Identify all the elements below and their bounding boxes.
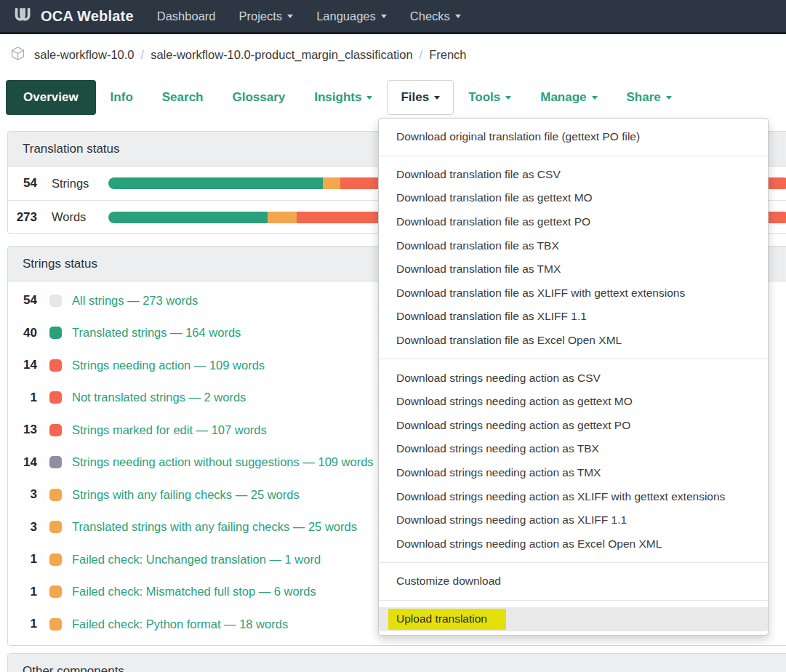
menu-download-original-po[interactable]: Download original translation file (gett… (379, 125, 768, 149)
brand-title: OCA Weblate (41, 8, 134, 25)
all-strings-link[interactable]: All strings — 273 words (72, 294, 198, 308)
menu-download-na-tmx[interactable]: Download strings needing action as TMX (379, 461, 768, 485)
menu-divider (379, 156, 768, 156)
navbar-menu: Dashboard Projects Languages Checks (157, 9, 461, 23)
tab-overview[interactable]: Overview (6, 80, 96, 115)
tab-manage[interactable]: Manage (526, 80, 611, 115)
chevron-down-icon (287, 15, 293, 18)
words-label: Words (52, 210, 104, 224)
tab-search[interactable]: Search (148, 80, 218, 115)
bar-translated-segment (108, 212, 268, 223)
package-icon (10, 46, 34, 64)
menu-download-na-csv[interactable]: Download strings needing action as CSV (379, 366, 768, 390)
nav-checks[interactable]: Checks (410, 9, 461, 23)
chevron-down-icon (505, 96, 511, 100)
tab-tools[interactable]: Tools (454, 80, 526, 115)
row-count: 1 (15, 585, 37, 599)
failed-check-python-format-link[interactable]: Failed check: Python format — 18 words (72, 617, 288, 631)
menu-download-na-po[interactable]: Download strings needing action as gette… (379, 414, 768, 438)
status-square (49, 424, 62, 436)
menu-download-mo[interactable]: Download translation file as gettext MO (379, 186, 768, 210)
tab-share[interactable]: Share (612, 80, 686, 115)
strings-count: 54 (15, 176, 37, 191)
row-count: 14 (15, 358, 37, 372)
other-components-title: Other components (8, 654, 786, 672)
weblate-logo-icon (12, 5, 33, 27)
menu-download-na-xliff11[interactable]: Download strings needing action as XLIFF… (379, 508, 768, 532)
menu-download-po[interactable]: Download translation file as gettext PO (379, 210, 768, 234)
brand-home-link[interactable]: OCA Weblate (12, 5, 134, 27)
chevron-down-icon (366, 96, 372, 100)
status-square (49, 456, 62, 468)
menu-download-na-tbx[interactable]: Download strings needing action as TBX (379, 437, 768, 461)
menu-download-na-xlsx[interactable]: Download strings needing action as Excel… (379, 532, 768, 556)
menu-download-xliff-gettext[interactable]: Download translation file as XLIFF with … (379, 281, 768, 305)
menu-download-na-xliff-gettext[interactable]: Download strings needing action as XLIFF… (379, 484, 768, 508)
menu-download-xlsx[interactable]: Download translation file as Excel Open … (379, 329, 768, 353)
menu-divider (379, 600, 768, 601)
status-square (49, 489, 62, 501)
translated-strings-link[interactable]: Translated strings — 164 words (72, 326, 241, 340)
nav-projects[interactable]: Projects (239, 9, 294, 23)
menu-download-xliff11[interactable]: Download translation file as XLIFF 1.1 (379, 305, 768, 329)
bar-translated-segment (108, 177, 323, 189)
needing-action-without-suggestions-link[interactable]: Strings needing action without suggestio… (72, 455, 374, 469)
status-square (49, 521, 62, 533)
tab-insights[interactable]: Insights (300, 80, 387, 115)
tab-info[interactable]: Info (96, 80, 148, 115)
tab-glossary[interactable]: Glossary (217, 80, 300, 115)
menu-download-tbx[interactable]: Download translation file as TBX (379, 233, 768, 257)
menu-download-na-mo[interactable]: Download strings needing action as gette… (379, 390, 768, 414)
row-count: 3 (15, 520, 37, 535)
row-count: 54 (15, 293, 37, 308)
top-navbar: OCA Weblate Dashboard Projects Languages… (0, 0, 786, 34)
upload-translation-highlight: Upload translation (388, 609, 506, 630)
strings-failing-checks-link[interactable]: Strings with any failing checks — 25 wor… (72, 488, 300, 502)
row-count: 1 (15, 391, 37, 405)
breadcrumb-component[interactable]: sale-workflow-10.0-product_margin_classi… (151, 48, 412, 62)
bar-checks-segment (268, 212, 297, 223)
nav-dashboard[interactable]: Dashboard (157, 9, 216, 23)
menu-download-csv[interactable]: Download translation file as CSV (379, 163, 768, 187)
nav-languages[interactable]: Languages (316, 9, 387, 23)
row-count: 40 (15, 326, 37, 340)
not-translated-strings-link[interactable]: Not translated strings — 2 words (72, 391, 246, 404)
status-square (49, 585, 62, 598)
chevron-down-icon (381, 15, 387, 18)
chevron-down-icon (455, 15, 461, 18)
bar-checks-segment (323, 177, 340, 189)
menu-download-tmx[interactable]: Download translation file as TMX (379, 257, 768, 281)
failed-check-full-stop-link[interactable]: Failed check: Mismatched full stop — 6 w… (72, 585, 316, 599)
row-count: 1 (15, 617, 37, 631)
menu-customize-download[interactable]: Customize download (379, 569, 768, 593)
breadcrumb-project[interactable]: sale-workflow-10.0 (34, 48, 135, 62)
status-square (49, 359, 62, 372)
breadcrumb-separator: / (141, 48, 145, 62)
menu-divider (379, 562, 768, 563)
other-components-panel: Other components (7, 653, 786, 672)
page-tabs: Overview Info Search Glossary Insights F… (6, 80, 786, 115)
row-count: 1 (15, 552, 37, 567)
status-square (49, 553, 62, 566)
words-count: 273 (15, 210, 37, 225)
strings-marked-for-edit-link[interactable]: Strings marked for edit — 107 words (72, 423, 267, 437)
breadcrumb-separator: / (420, 48, 423, 62)
status-square (49, 391, 62, 404)
row-count: 14 (15, 455, 37, 470)
breadcrumb: sale-workflow-10.0 / sale-workflow-10.0-… (0, 34, 786, 64)
tab-files[interactable]: Files (387, 80, 454, 115)
status-square (49, 618, 62, 631)
chevron-down-icon (434, 96, 440, 100)
breadcrumb-language[interactable]: French (429, 48, 466, 62)
menu-divider (379, 359, 768, 359)
translated-failing-checks-link[interactable]: Translated strings with any failing chec… (72, 520, 357, 534)
menu-upload-translation[interactable]: Upload translation (379, 607, 768, 631)
chevron-down-icon (592, 96, 598, 100)
strings-needing-action-link[interactable]: Strings needing action — 109 words (72, 359, 265, 372)
row-count: 3 (15, 487, 37, 502)
row-count: 13 (15, 423, 37, 437)
failed-check-unchanged-link[interactable]: Failed check: Unchanged translation — 1 … (72, 553, 321, 567)
status-square (49, 295, 62, 307)
strings-label: Strings (52, 177, 104, 191)
chevron-down-icon (666, 96, 672, 100)
